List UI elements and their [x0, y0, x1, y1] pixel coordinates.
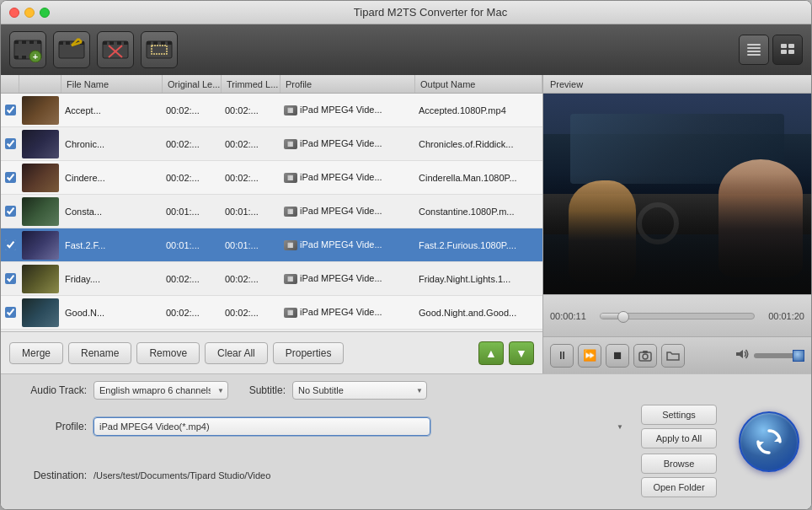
bottom-area: Audio Track: English wmapro 6 channels S… [1, 373, 811, 509]
merge-button[interactable]: Merge [9, 342, 63, 364]
settings-button[interactable]: Settings [641, 405, 717, 425]
row-filename: Friday.... [61, 274, 163, 284]
minimize-button[interactable] [24, 8, 35, 18]
row-trimmed: 00:02:... [222, 308, 280, 318]
list-view-button[interactable] [739, 35, 769, 65]
fast-forward-button[interactable]: ⏩ [578, 344, 601, 368]
main-content: File Name Original Le... Trimmed L... Pr… [1, 75, 811, 373]
svg-rect-38 [781, 50, 787, 54]
table-row[interactable]: Friday.... 00:02:... 00:02:... ▦iPad MPE… [1, 262, 542, 296]
th-trimmed: Trimmed L... [222, 75, 280, 93]
row-thumb [19, 96, 61, 125]
svg-rect-12 [59, 41, 63, 45]
table-row[interactable]: Consta... 00:01:... 00:01:... ▦iPad MPEG… [1, 195, 542, 228]
clear-all-button[interactable]: Clear All [205, 342, 268, 364]
row-checkbox[interactable] [5, 206, 16, 217]
svg-rect-21 [110, 41, 114, 45]
browse-button[interactable]: Browse [641, 454, 717, 474]
profile-icon: ▦ [284, 173, 297, 183]
row-checkbox[interactable] [5, 172, 16, 183]
subtitle-select[interactable]: No Subtitle [292, 381, 427, 400]
audio-track-select[interactable]: English wmapro 6 channels [93, 381, 228, 400]
svg-rect-13 [66, 41, 70, 45]
move-up-button[interactable]: ▲ [478, 341, 504, 365]
audio-select-wrap: English wmapro 6 channels [93, 381, 228, 400]
row-original: 00:02:... [163, 308, 222, 318]
row-checkbox[interactable] [5, 239, 16, 250]
table-row[interactable]: Cindere... 00:02:... 00:02:... ▦iPad MPE… [1, 161, 542, 195]
row-thumb [19, 298, 61, 327]
svg-marker-45 [758, 442, 764, 448]
volume-thumb[interactable] [793, 350, 804, 362]
volume-slider[interactable] [754, 353, 804, 358]
row-checkbox-cell[interactable] [1, 138, 19, 149]
row-original: 00:01:... [163, 207, 222, 217]
trim-button[interactable] [97, 31, 134, 68]
row-trimmed: 00:01:... [222, 240, 280, 250]
row-trimmed: 00:01:... [222, 207, 280, 217]
svg-rect-36 [781, 44, 787, 48]
time-end: 00:01:20 [758, 311, 804, 321]
svg-rect-33 [747, 47, 761, 49]
maximize-button[interactable] [40, 8, 50, 18]
profile-icon: ▦ [284, 274, 297, 284]
row-checkbox[interactable] [5, 105, 16, 115]
svg-rect-23 [124, 41, 128, 45]
convert-button[interactable] [739, 411, 799, 472]
row-output: Accepted.1080P.mp4 [415, 105, 542, 115]
row-trimmed: 00:02:... [222, 274, 280, 284]
row-filename: Chronic... [61, 139, 163, 149]
detail-view-button[interactable] [772, 35, 803, 65]
row-checkbox-cell[interactable] [1, 273, 19, 284]
row-checkbox-cell[interactable] [1, 239, 19, 250]
time-start: 00:00:11 [550, 311, 596, 321]
crop-button[interactable] [141, 31, 178, 68]
row-profile: ▦iPad MPEG4 Vide... [280, 105, 415, 115]
row-output: Fast.2.Furious.1080P.... [415, 240, 542, 250]
open-folder-preview-button[interactable] [661, 344, 685, 368]
row-filename: Good.N... [61, 308, 163, 318]
subtitle-select-wrap: No Subtitle [292, 381, 427, 400]
profile-action-buttons: Settings Apply to All [641, 405, 717, 448]
row-checkbox-cell[interactable] [1, 206, 19, 217]
pause-button[interactable]: ⏸ [550, 344, 574, 368]
svg-rect-4 [37, 40, 41, 44]
table-row[interactable]: Fast.2.F... 00:01:... 00:01:... ▦iPad MP… [1, 228, 542, 262]
table-row[interactable]: Chronic... 00:02:... 00:02:... ▦iPad MPE… [1, 127, 542, 161]
properties-button[interactable]: Properties [273, 342, 345, 364]
profile-label: Profile: [11, 421, 87, 432]
close-button[interactable] [9, 8, 19, 18]
svg-marker-44 [774, 436, 780, 442]
profile-select[interactable]: iPad MPEG4 Video(*.mp4) [93, 417, 430, 436]
screenshot-button[interactable] [633, 344, 657, 368]
open-folder-button[interactable]: Open Folder [641, 477, 717, 497]
row-filename: Consta... [61, 207, 163, 217]
table-row[interactable]: Good.N... 00:02:... 00:02:... ▦iPad MPEG… [1, 296, 542, 330]
stop-button[interactable]: ⏹ [606, 344, 629, 368]
destination-path: /Users/test/Documents/Tipard Studio/Vide… [93, 470, 628, 480]
svg-rect-3 [29, 40, 34, 44]
preview-area: Preview [543, 75, 811, 373]
progress-thumb[interactable] [617, 311, 629, 323]
move-down-button[interactable]: ▼ [509, 341, 534, 365]
rename-button[interactable]: Rename [68, 342, 131, 364]
remove-button[interactable]: Remove [136, 342, 200, 364]
svg-rect-1 [14, 40, 19, 44]
row-profile: ▦iPad MPEG4 Vide... [280, 138, 415, 149]
playback-buttons: ⏸ ⏩ ⏹ [543, 336, 811, 373]
view-toggle [739, 35, 803, 65]
row-checkbox[interactable] [5, 307, 16, 318]
row-checkbox-cell[interactable] [1, 307, 19, 318]
edit-button[interactable] [53, 31, 90, 68]
profile-icon: ▦ [284, 207, 297, 217]
row-profile: ▦iPad MPEG4 Vide... [280, 239, 415, 250]
file-list-area: File Name Original Le... Trimmed L... Pr… [1, 75, 543, 373]
row-checkbox-cell[interactable] [1, 105, 19, 115]
apply-to-all-button[interactable]: Apply to All [641, 428, 717, 448]
row-checkbox-cell[interactable] [1, 172, 19, 183]
row-checkbox[interactable] [5, 138, 16, 149]
add-video-button[interactable]: + [9, 31, 46, 68]
table-row[interactable]: Accept... 00:02:... 00:02:... ▦iPad MPEG… [1, 94, 542, 127]
row-checkbox[interactable] [5, 273, 16, 284]
progress-bar[interactable] [600, 313, 755, 319]
